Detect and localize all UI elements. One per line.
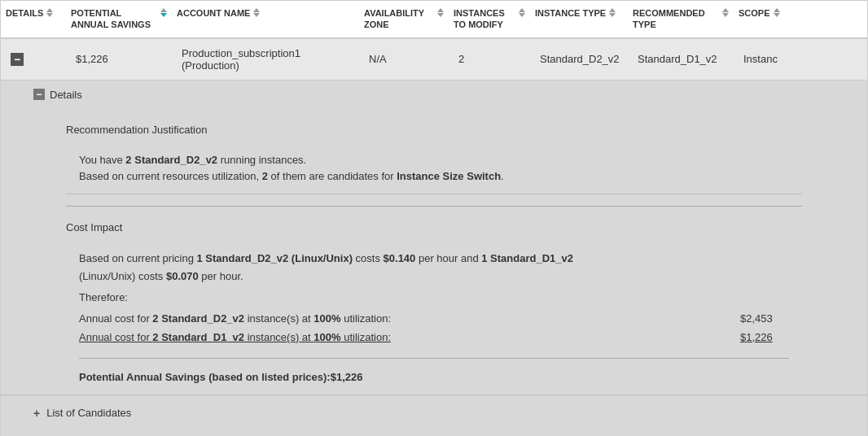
- expand-cell[interactable]: −: [6, 53, 71, 66]
- savings-value: $1,226: [76, 53, 108, 65]
- col-label-instances: INSTANCES TO MODIFY: [454, 7, 515, 31]
- col-header-scope[interactable]: SCOPE: [734, 1, 799, 37]
- justification-box: You have 2 Standard_D2_v2 running instan…: [66, 144, 802, 195]
- scope-cell: Instanc: [739, 53, 804, 65]
- type-cell: Standard_D2_v2: [535, 53, 633, 65]
- table-row: − $1,226 Production_subscription1 (Produ…: [1, 39, 867, 81]
- col-label-type: INSTANCE TYPE: [535, 7, 606, 19]
- sort-icon-type: [609, 8, 616, 17]
- instances-cell: 2: [454, 53, 535, 65]
- sort-icon-details: [46, 8, 53, 17]
- justification-count2: 2: [262, 170, 268, 182]
- zone-value: N/A: [369, 53, 387, 65]
- sort-icon-recommended: [722, 8, 729, 17]
- sort-icon-zone: [437, 8, 444, 17]
- justification-line1: You have 2 Standard_D2_v2 running instan…: [79, 152, 789, 169]
- cost-d1-suffix: (Linux/Unix): [79, 270, 135, 282]
- annual2-pct: 100%: [313, 331, 340, 343]
- annual-row-2: Annual cost for 2 Standard_D1_v2 instanc…: [79, 329, 789, 347]
- annual-label-2: Annual cost for 2 Standard_D1_v2 instanc…: [79, 329, 732, 347]
- col-header-details[interactable]: DETAILS: [1, 1, 66, 37]
- account-cell: Production_subscription1 (Production): [177, 47, 364, 72]
- details-collapse-button[interactable]: −: [33, 89, 45, 100]
- cost-d2-bold: 1 Standard_D2_v2 (Linux/Unix): [197, 252, 353, 264]
- scope-value: Instanc: [743, 53, 778, 65]
- details-header-row: − Details: [1, 81, 867, 109]
- sort-icon-instances: [519, 8, 525, 17]
- recommended-cell: Standard_D1_v2: [633, 53, 739, 65]
- recommendations-table: DETAILS POTENTIAL ANNUAL SAVINGS ACCOUNT…: [0, 0, 868, 436]
- candidates-expand-icon[interactable]: +: [33, 407, 40, 420]
- candidates-row[interactable]: + List of Candidates: [1, 395, 867, 431]
- col-label-zone: AVAILABILITY ZONE: [364, 7, 434, 31]
- justification-bold2: Instance Size Switch: [397, 170, 501, 182]
- cost-d1-bold: 1 Standard_D1_v2: [481, 252, 573, 264]
- sort-icon-scope: [774, 8, 780, 17]
- sort-icon-account: [253, 8, 260, 17]
- zone-cell: N/A: [364, 53, 454, 65]
- col-header-zone[interactable]: AVAILABILITY ZONE: [359, 1, 449, 37]
- therefore-label: Therefore:: [79, 289, 789, 307]
- details-panel: − Details Recommendation Justification Y…: [1, 81, 867, 436]
- col-header-type[interactable]: INSTANCE TYPE: [530, 1, 628, 37]
- col-header-savings[interactable]: POTENTIAL ANNUAL SAVINGS: [66, 1, 172, 37]
- cost-description: Based on current pricing 1 Standard_D2_v…: [79, 250, 789, 286]
- justification-count1: 2: [125, 154, 131, 166]
- justification-end2: .: [501, 170, 504, 182]
- justification-type1: Standard_D2_v2: [134, 154, 217, 166]
- cost-title: Cost Impact: [66, 221, 802, 233]
- col-label-recommended: RECOMMENDED TYPE: [633, 7, 719, 31]
- details-header-label: Details: [50, 89, 82, 101]
- justification-title: Recommendation Justification: [66, 124, 802, 136]
- annual-value-1: $2,453: [740, 310, 789, 328]
- sort-icon-savings: [160, 8, 167, 17]
- col-label-account: ACCOUNT NAME: [177, 7, 250, 19]
- justification-line2: Based on current resources utilization, …: [79, 168, 789, 185]
- annual1-bold: 2 Standard_D2_v2: [152, 312, 244, 325]
- table-header: DETAILS POTENTIAL ANNUAL SAVINGS ACCOUNT…: [1, 1, 867, 39]
- annual2-bold: 2 Standard_D1_v2: [152, 331, 244, 343]
- details-content: Recommendation Justification You have 2 …: [66, 124, 802, 395]
- col-header-account[interactable]: ACCOUNT NAME: [172, 1, 359, 37]
- collapse-button[interactable]: −: [11, 53, 24, 66]
- savings-footer: Potential Annual Savings (based on liste…: [79, 358, 789, 386]
- col-label-details: DETAILS: [6, 7, 43, 19]
- savings-footer-label: Potential Annual Savings (based on liste…: [79, 371, 331, 383]
- annual-value-2: $1,226: [740, 329, 789, 347]
- cost-table: Annual cost for 2 Standard_D2_v2 instanc…: [79, 310, 789, 346]
- savings-footer-value: $1,226: [331, 371, 363, 383]
- annual1-pct: 100%: [313, 312, 340, 325]
- type-value: Standard_D2_v2: [540, 53, 620, 65]
- account-value: Production_subscription1 (Production): [182, 47, 300, 72]
- col-label-scope: SCOPE: [739, 7, 770, 19]
- candidates-label: List of Candidates: [46, 407, 131, 419]
- col-header-instances[interactable]: INSTANCES TO MODIFY: [449, 1, 530, 37]
- col-header-recommended[interactable]: RECOMMENDED TYPE: [628, 1, 734, 37]
- instances-value: 2: [458, 53, 464, 65]
- annual-label-1: Annual cost for 2 Standard_D2_v2 instanc…: [79, 310, 732, 328]
- cost-section: Based on current pricing 1 Standard_D2_v…: [66, 242, 802, 395]
- cost-d1-price: $0.070: [166, 270, 199, 282]
- justification-suffix2: of them are candidates for: [268, 170, 397, 182]
- annual-row-1: Annual cost for 2 Standard_D2_v2 instanc…: [79, 310, 789, 328]
- cost-d2-price: $0.140: [384, 252, 416, 264]
- savings-cell: $1,226: [71, 53, 177, 65]
- col-label-savings: POTENTIAL ANNUAL SAVINGS: [71, 7, 157, 31]
- recommended-value: Standard_D1_v2: [638, 53, 717, 65]
- section-divider: [66, 206, 802, 207]
- justification-suffix1: running instances.: [217, 154, 306, 166]
